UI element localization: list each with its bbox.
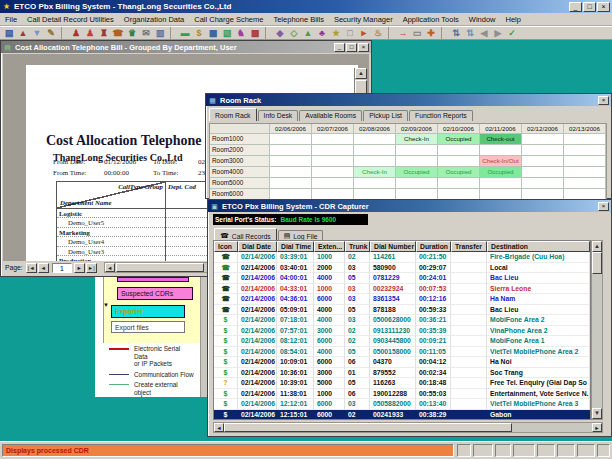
menu-window[interactable]: Window — [464, 14, 501, 25]
cdr-row[interactable]: $02/14/200607:18:01400003050062800000:36… — [214, 315, 590, 326]
menu-organization-data[interactable]: Organization Data — [119, 14, 189, 25]
exporter-box[interactable]: Exporter — [111, 305, 185, 318]
toolbar-icon-35[interactable]: ◀ — [477, 27, 491, 39]
menu-call-charge-scheme[interactable]: Call Charge Scheme — [189, 14, 268, 25]
room-status-cell[interactable] — [312, 156, 354, 167]
toolbar-icon-25[interactable]: □ — [343, 27, 357, 39]
room-status-cell[interactable] — [564, 167, 606, 178]
cdr-row[interactable]: ☎02/14/200603:40:0120000358090000:29:07L… — [214, 263, 590, 274]
first-page-button[interactable]: |◄ — [26, 263, 37, 273]
tab-function-reports[interactable]: Function Reports — [409, 110, 473, 121]
scrollbar-thumb[interactable] — [592, 252, 602, 274]
room-status-cell[interactable] — [522, 167, 564, 178]
cdr-row[interactable]: $02/14/200611:38:0110000619001228800:55:… — [214, 389, 590, 400]
room-status-cell[interactable] — [564, 178, 606, 189]
column-header-destination[interactable]: Destination — [487, 241, 590, 252]
room-status-cell[interactable] — [312, 167, 354, 178]
room-status-cell[interactable]: Occupied — [396, 167, 438, 178]
room-status-cell[interactable] — [396, 178, 438, 189]
cdr-row[interactable]: $02/14/200607:57:01300002091311123000:35… — [214, 326, 590, 337]
diagram-scrollbar[interactable] — [200, 277, 207, 397]
cdr-vertical-scrollbar[interactable]: ▲ ▼ — [591, 240, 603, 420]
room-status-cell[interactable] — [522, 178, 564, 189]
toolbar-icon-11[interactable]: ▥ — [153, 27, 167, 39]
room-status-cell[interactable] — [270, 156, 312, 167]
scrollbar-thumb[interactable] — [116, 263, 204, 272]
toolbar-icon-2[interactable]: ▼ — [30, 27, 44, 39]
toolbar-icon-14[interactable]: $ — [192, 27, 206, 39]
toolbar-icon-30[interactable]: ▭ — [410, 27, 424, 39]
room-status-cell[interactable] — [438, 145, 480, 156]
toolbar-icon-17[interactable]: ♞ — [234, 27, 248, 39]
cdr-row[interactable]: $02/14/200612:15:016000020024193300:38:2… — [214, 410, 590, 421]
column-header-transfer[interactable]: Transfer — [451, 241, 487, 252]
minimize-button[interactable]: _ — [569, 2, 582, 12]
room-status-cell[interactable] — [522, 156, 564, 167]
toolbar-icon-23[interactable]: ♣ — [315, 27, 329, 39]
scroll-left-icon[interactable]: ◄ — [214, 423, 224, 432]
tab-info-desk[interactable]: Info Desk — [258, 110, 299, 121]
room-status-cell[interactable] — [312, 178, 354, 189]
room-status-cell[interactable] — [564, 156, 606, 167]
toolbar-icon-36[interactable]: ▶ — [491, 27, 505, 39]
scroll-right-icon[interactable]: ► — [592, 423, 602, 432]
room-status-cell[interactable]: Check-In/Out — [480, 156, 522, 167]
column-header-icon[interactable]: Icon — [214, 241, 238, 252]
toolbar-icon-18[interactable]: ▩ — [248, 27, 262, 39]
column-header-duration[interactable]: Duration — [416, 241, 451, 252]
tab-room-rack[interactable]: Room Rack — [209, 108, 257, 121]
suspected-cdrs-box[interactable]: Suspected CDRs — [117, 287, 193, 300]
restore-button[interactable]: □ — [583, 2, 596, 12]
toolbar-icon-1[interactable]: ▲ — [16, 27, 30, 39]
room-status-cell[interactable]: Check-In — [396, 134, 438, 145]
toolbar-icon-31[interactable]: ✚ — [424, 27, 438, 39]
scroll-down-icon[interactable]: ▼ — [592, 408, 602, 419]
toolbar-icon-27[interactable]: ♨ — [371, 27, 385, 39]
toolbar-icon-8[interactable]: ☎ — [111, 27, 125, 39]
cdr-row[interactable]: ☎02/14/200603:39:0110000211426100:21:50F… — [214, 252, 590, 263]
toolbar-icon-7[interactable]: ♜ — [97, 27, 111, 39]
column-header-exten[interactable]: Exten... — [314, 241, 345, 252]
toolbar-icon-22[interactable]: ▲ — [301, 27, 315, 39]
scroll-up-icon[interactable]: ▲ — [355, 68, 367, 79]
toolbar-icon-20[interactable]: ◆ — [273, 27, 287, 39]
room-status-cell[interactable] — [522, 134, 564, 145]
room-status-cell[interactable]: Occupied — [480, 167, 522, 178]
cdr-horizontal-scrollbar[interactable]: ◄ ► — [213, 422, 603, 433]
close-button[interactable]: × — [597, 2, 610, 12]
report-restore-button[interactable]: □ — [346, 43, 357, 52]
room-status-cell[interactable] — [480, 178, 522, 189]
cdr-row[interactable]: ☎02/14/200605:09:0140000587818800:59:33B… — [214, 305, 590, 316]
menu-telephone-bills[interactable]: Telephone Bills — [268, 14, 328, 25]
cdr-row[interactable]: $02/14/200610:09:016000060437000:04:12Ha… — [214, 357, 590, 368]
toolbar-icon-26[interactable]: ► — [357, 27, 371, 39]
toolbar-icon-16[interactable]: ▧ — [220, 27, 234, 39]
cdr-row[interactable]: ☎02/14/200604:36:01600003836135400:12:16… — [214, 294, 590, 305]
tab-pickup-list[interactable]: Pickup List — [363, 110, 408, 121]
toolbar-icon-21[interactable]: ◇ — [287, 27, 301, 39]
room-status-cell[interactable] — [522, 145, 564, 156]
room-status-cell[interactable] — [564, 134, 606, 145]
menu-help[interactable]: Help — [501, 14, 526, 25]
toolbar-icon-3[interactable]: ✎ — [44, 27, 58, 39]
column-header-trunk[interactable]: Trunk — [345, 241, 370, 252]
report-close-button[interactable]: × — [358, 43, 369, 52]
room-status-cell[interactable] — [438, 156, 480, 167]
cdr-row[interactable]: $02/14/200608:12:01600002090344580000:09… — [214, 336, 590, 347]
toolbar-icon-13[interactable]: ▬ — [178, 27, 192, 39]
cdr-close-button[interactable]: × — [598, 202, 609, 211]
cdr-row[interactable]: ☎02/14/200604:33:011000030023292400:07:5… — [214, 284, 590, 295]
toolbar-icon-6[interactable]: ♟ — [83, 27, 97, 39]
next-page-button[interactable]: ► — [74, 263, 85, 273]
menu-file[interactable]: File — [0, 14, 22, 25]
room-status-cell[interactable] — [438, 178, 480, 189]
toolbar-icon-15[interactable]: ▦ — [206, 27, 220, 39]
cdr-row[interactable]: $02/14/200610:36:0130000187955200:02:34S… — [214, 368, 590, 379]
room-status-cell[interactable] — [354, 145, 396, 156]
room-rack-close-button[interactable]: × — [598, 96, 609, 105]
previous-page-button[interactable]: ◄ — [38, 263, 49, 273]
room-status-cell[interactable] — [564, 145, 606, 156]
toolbar-icon-33[interactable]: ⇅ — [449, 27, 463, 39]
column-header-dial-number[interactable]: Dial Number — [370, 241, 416, 252]
toolbar-icon-5[interactable]: ♟ — [69, 27, 83, 39]
